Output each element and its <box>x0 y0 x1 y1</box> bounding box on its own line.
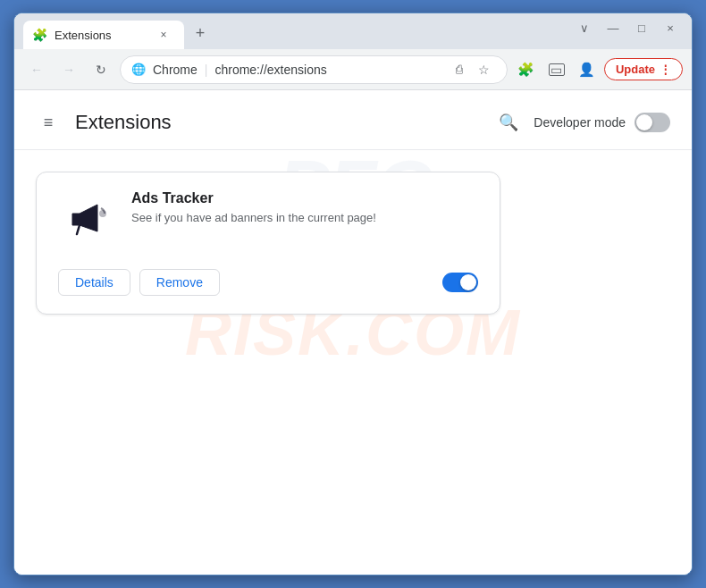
active-tab[interactable]: 🧩 Extensions × <box>23 21 184 49</box>
extension-card-top: Ads Tracker See if you have ad banners i… <box>58 190 478 248</box>
chrome-logo-icon: 🌐 <box>131 63 146 76</box>
content-area: PFC RISK.COM ≡ Extensions 🔍 Developer mo… <box>14 90 692 575</box>
chevron-down-button[interactable]: ∨ <box>572 15 597 40</box>
reload-button[interactable]: ↻ <box>88 56 114 83</box>
extension-name: Ads Tracker <box>131 190 478 206</box>
sidebar-button[interactable]: ▭ <box>543 56 570 83</box>
toolbar-actions: 🧩 ▭ 👤 Update ⋮ <box>513 56 683 83</box>
extension-card: Ads Tracker See if you have ad banners i… <box>36 172 500 315</box>
sidebar-icon: ▭ <box>549 63 565 76</box>
forward-button[interactable]: → <box>55 56 82 83</box>
extension-info: Ads Tracker See if you have ad banners i… <box>131 190 478 226</box>
omnibox-url: chrome://extensions <box>214 63 326 77</box>
omnibox-divider: | <box>205 63 208 77</box>
tab-favicon-icon: 🧩 <box>32 28 47 42</box>
developer-mode-label: Developer mode <box>534 115 626 130</box>
profile-button[interactable]: 👤 <box>574 56 601 83</box>
extension-icon <box>58 190 115 248</box>
toggle-knob <box>636 114 652 130</box>
star-icon: ☆ <box>478 63 490 77</box>
extensions-button[interactable]: 🧩 <box>513 56 540 83</box>
reload-icon: ↻ <box>96 63 106 77</box>
details-button[interactable]: Details <box>58 269 130 296</box>
search-icon: 🔍 <box>499 113 518 132</box>
forward-icon: → <box>63 63 75 77</box>
dev-mode-area: 🔍 Developer mode <box>492 106 670 139</box>
extension-toggle-knob <box>460 274 476 290</box>
hamburger-button[interactable]: ≡ <box>32 106 64 139</box>
extension-cards-area: Ads Tracker See if you have ad banners i… <box>14 150 692 336</box>
bookmark-button[interactable]: ☆ <box>473 58 496 81</box>
tab-area: 🧩 Extensions × + <box>23 13 567 49</box>
minimize-button[interactable]: — <box>601 15 626 40</box>
maximize-button[interactable]: □ <box>629 15 654 40</box>
share-icon: ⎙ <box>456 63 463 76</box>
search-button[interactable]: 🔍 <box>492 106 525 139</box>
extension-enabled-toggle[interactable] <box>442 273 478 292</box>
extensions-icon: 🧩 <box>517 62 534 78</box>
hamburger-icon: ≡ <box>44 113 54 132</box>
omnibox-actions: ⎙ ☆ <box>448 58 496 81</box>
tab-close-button[interactable]: × <box>155 27 172 43</box>
menu-dots-icon: ⋮ <box>660 63 671 76</box>
megaphone-svg <box>63 196 110 242</box>
update-label: Update <box>616 63 655 76</box>
extension-card-bottom: Details Remove <box>58 269 478 296</box>
page-title: Extensions <box>75 111 172 134</box>
title-bar: 🧩 Extensions × + ∨ — □ × <box>14 13 692 49</box>
developer-mode-toggle[interactable] <box>635 113 670 132</box>
browser-window: 🧩 Extensions × + ∨ — □ × ← → ↻ 🌐 Chrome <box>13 13 693 575</box>
toolbar: ← → ↻ 🌐 Chrome | chrome://extensions ⎙ ☆ <box>14 49 692 90</box>
browser-name: Chrome <box>153 63 198 77</box>
new-tab-button[interactable]: + <box>188 21 213 46</box>
profile-icon: 👤 <box>578 62 595 78</box>
extension-description: See if you have ad banners in the curren… <box>131 210 478 226</box>
tab-title: Extensions <box>55 29 112 42</box>
remove-button[interactable]: Remove <box>139 269 220 296</box>
back-button[interactable]: ← <box>23 56 50 83</box>
omnibox[interactable]: 🌐 Chrome | chrome://extensions ⎙ ☆ <box>120 55 508 84</box>
update-button[interactable]: Update ⋮ <box>604 58 683 80</box>
share-button[interactable]: ⎙ <box>448 58 471 81</box>
extensions-header: ≡ Extensions 🔍 Developer mode <box>14 90 692 150</box>
window-controls: ∨ — □ × <box>572 15 683 40</box>
back-icon: ← <box>30 63 43 77</box>
close-button[interactable]: × <box>658 15 683 40</box>
svg-rect-0 <box>72 214 80 225</box>
